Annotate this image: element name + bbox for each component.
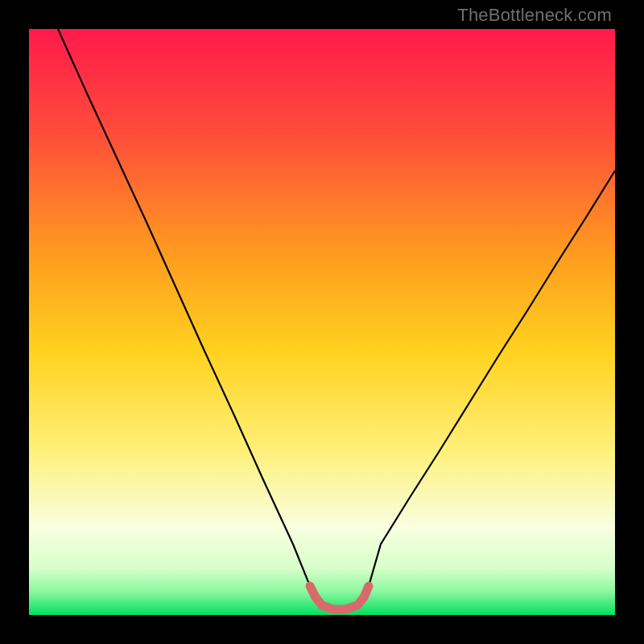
optimal-range-highlight: [310, 586, 369, 609]
watermark-text: TheBottleneck.com: [457, 5, 612, 26]
bottleneck-curve: [29, 29, 615, 615]
chart-frame: TheBottleneck.com: [0, 0, 644, 644]
curve-path: [58, 29, 615, 609]
plot-area: [29, 29, 615, 615]
